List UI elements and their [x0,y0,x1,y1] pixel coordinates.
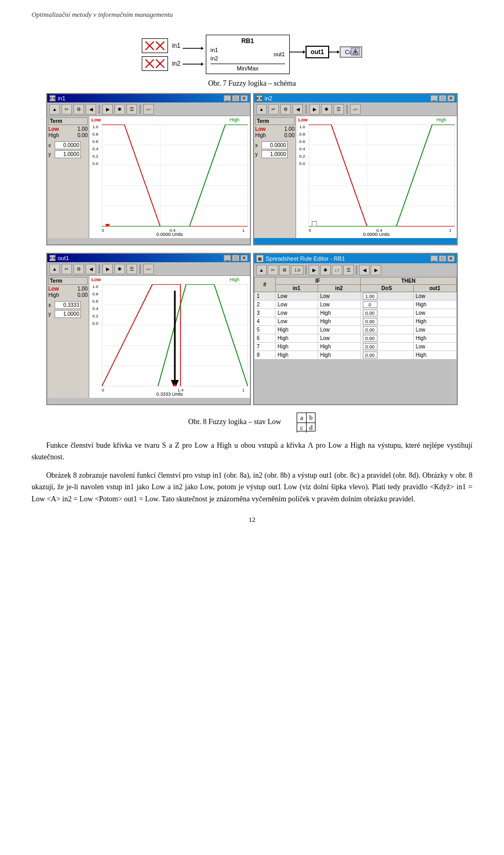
maximize-btn-ss[interactable]: □ [439,255,446,262]
in2-toolbar-btn-4[interactable]: ◀ [292,104,303,115]
panel-in1: ✕✕ in1 _ □ ✕ ▲ ✂ ⚙ ◀ ▶ ✱ ☰ +/- Term [46,93,251,245]
row-in1: High [275,351,318,359]
in2-titlebar: ✕✕ in2 _ □ ✕ [254,94,457,102]
out1-content: Term Low 1.00 High 0.00 x 0.3333 y [47,276,250,398]
minimize-btn-ss[interactable]: _ [430,255,438,262]
figure8-caption-row: Obr. 8 Fuzzy logika – stav Low a b c d [32,413,472,431]
table-row: 8 High High 0.00 High [255,351,457,359]
ss-val-btn[interactable]: 1.0 [291,265,303,275]
para2: Obrázek 8 zobrazuje navolení funkcí člen… [32,470,472,505]
toolbar-btn-1[interactable]: ▲ [49,104,60,115]
out1-chart-svg [102,284,248,386]
in2-toolbar-btn-5[interactable]: ▶ [309,104,320,115]
row-dos: 0.00 [360,317,413,326]
toolbar-btn-4[interactable]: ◀ [86,104,96,115]
input-box-in2 [142,56,168,71]
in1-chart: Low High 1.0 [89,116,250,238]
abcd-grid: a b c d [297,413,316,431]
row-out1: Low [413,309,456,317]
in2-xy-fields: x 0.0000 y 1.0000 [255,141,295,158]
cell-a: a [297,413,306,423]
toolbar-btn-8[interactable]: +/- [143,104,154,115]
in2-left: Term Low 1.00 High 0.00 x 0.0000 y [254,116,296,238]
table-row: 7 High High 0.00 Low [255,343,457,351]
rb1-block: RB1 in1 in2 out1 Min/Max [206,35,290,74]
maximize-btn-out1[interactable]: □ [232,255,239,261]
out1-titlebar: ✕✕ out1 _ □ ✕ [47,254,250,262]
in2-toolbar-btn-6[interactable]: ✱ [321,104,332,115]
row-in2: Low [318,326,360,334]
close-btn-in2[interactable]: ✕ [447,95,455,101]
col-out1: out1 [413,285,456,292]
figure7-caption: Obr. 7 Fuzzy logika – schéma [32,79,472,88]
svg-marker-11 [201,63,204,66]
schema-diagram: in1 in2 [32,35,472,74]
row-num: 7 [255,343,276,351]
toolbar-btn-7[interactable]: ☰ [127,104,137,115]
table-row: 3 Low High 0.00 Low [255,309,457,317]
row-in1: Low [275,301,318,309]
svg-point-18 [354,51,356,53]
close-btn-in1[interactable]: ✕ [240,95,248,101]
ss-table: # IF THEN in1 in2 DoS out1 1 Low Low 1.0… [254,277,457,359]
com-box: CoM [340,46,362,58]
in2-content: Term Low 1.00 High 0.00 x 0.0000 y [254,116,457,238]
table-row: 4 Low High 0.00 High [255,317,457,326]
in1-toolbar: ▲ ✂ ⚙ ◀ ▶ ✱ ☰ +/- [47,102,250,116]
in2-toolbar-btn-8[interactable]: +/- [350,104,361,115]
row-dos: 0.00 [360,351,413,359]
panels-row2: ✕✕ out1 _ □ ✕ ▲ ✂ ⚙ ◀ ▶ ✱ ☰ +/- Term [32,253,472,405]
in1-term-header: Term [48,117,88,125]
row-in1: High [275,326,318,334]
col-in2: in2 [318,285,360,292]
rb1-title: RB1 [211,37,285,45]
toolbar-btn-5[interactable]: ▶ [102,104,113,115]
toolbar-btn-6[interactable]: ✱ [114,104,125,115]
close-btn-ss[interactable]: ✕ [447,255,455,262]
row-out1: Low [413,326,456,334]
ss-titlebar: ▦ Spreadsheet Rule Editor - RB1 _ □ ✕ [254,254,457,263]
row-dos: 0.00 [360,343,413,351]
in2-toolbar-btn-1[interactable]: ▲ [256,104,267,115]
minimize-btn-out1[interactable]: _ [224,255,231,261]
row-out1: High [413,351,456,359]
minimize-btn-in2[interactable]: _ [430,95,438,101]
in2-toolbar-btn-7[interactable]: ☰ [333,104,344,115]
maximize-btn-in2[interactable]: □ [439,95,446,101]
in2-toolbar-btn-2[interactable]: ✂ [268,104,279,115]
in1-chart-svg [102,125,248,226]
svg-rect-19 [102,125,248,226]
col-hash: # [255,277,276,292]
rb1-bottom: Min/Max [211,64,285,71]
row-out1: High [413,301,456,309]
table-row: 6 High Low 0.00 High [255,334,457,343]
figure8-caption-text: Obr. 8 Fuzzy logika – stav Low [188,418,281,426]
in2-term-high-row: High 0.00 [255,132,295,138]
cell-d: d [306,423,316,432]
in1-left: Term Low 1.00 High 0.00 x 0.0000 y [47,116,89,238]
row-num: 6 [255,334,276,343]
table-row: 1 Low Low 1.00 Low [255,292,457,301]
rb1-in1: in1 [211,47,218,53]
col-if: IF [275,277,360,285]
in2-chart-bottom: 0.0000 Units [363,232,390,237]
row-out1: Low [413,292,456,301]
maximize-btn-in1[interactable]: □ [232,95,239,101]
toolbar-btn-2[interactable]: ✂ [61,104,72,115]
toolbar-btn-3[interactable]: ⚙ [74,104,84,115]
rb1-out1: out1 [274,51,285,57]
para1: Funkce členství bude křivka ve tvaru S a… [32,440,472,463]
row-out1: High [413,334,456,343]
row-num: 3 [255,309,276,317]
in1-chart-bottom: 0.0000 Units [156,232,183,237]
in2-toolbar-btn-3[interactable]: ⚙ [280,104,291,115]
row-in2: Low [318,292,360,301]
minimize-btn-in1[interactable]: _ [224,95,231,101]
row-dos: 1.00 [360,292,413,301]
in1-term-high-row: High 0.00 [48,132,88,138]
close-btn-out1[interactable]: ✕ [240,255,248,261]
col-in1: in1 [275,285,318,292]
in2-term-low-row: Low 1.00 [255,126,295,132]
table-row: 2 Low Low 0 High [255,301,457,309]
row-dos: 0.00 [360,334,413,343]
